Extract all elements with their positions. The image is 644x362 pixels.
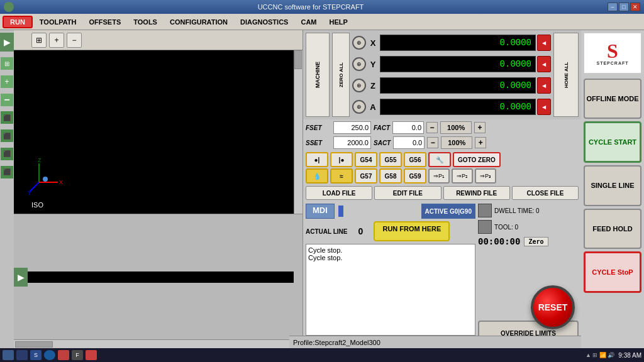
machine-label[interactable]: MACHINE bbox=[306, 33, 330, 117]
nav-arrow-up[interactable]: ▶ bbox=[0, 33, 14, 52]
y-home-button[interactable] bbox=[537, 56, 551, 72]
h-scrollbar[interactable] bbox=[14, 339, 303, 348]
zoom-out-btn[interactable]: − bbox=[1, 94, 13, 106]
3d-viewport[interactable]: Z X Y ISO bbox=[14, 50, 303, 214]
g59-btn[interactable]: G59 bbox=[404, 168, 426, 184]
menu-diagnostics[interactable]: DIAGNOSTICS bbox=[235, 16, 294, 28]
tb-icon-4[interactable] bbox=[58, 350, 69, 360]
cycle-stop-btn[interactable]: CYCLE StoP bbox=[584, 251, 641, 293]
close-file-btn[interactable]: CLOSE FILE bbox=[512, 186, 579, 200]
menu-run[interactable]: RUN bbox=[3, 16, 33, 28]
reset-btn[interactable]: RESET bbox=[531, 285, 575, 329]
tb-icon-3[interactable] bbox=[44, 350, 55, 360]
spindle-ccw-btn[interactable]: |● bbox=[330, 152, 353, 167]
g56-btn[interactable]: G56 bbox=[404, 152, 426, 167]
fit-btn[interactable]: ⊞ bbox=[31, 33, 47, 48]
bottom-nav-arrow[interactable]: ▶ bbox=[14, 268, 28, 287]
speed-minus-btn[interactable]: − bbox=[427, 137, 438, 148]
load-file-btn[interactable]: LOAD FILE bbox=[306, 186, 372, 200]
fact-value: 0.0 bbox=[392, 121, 424, 134]
offline-mode-btn[interactable]: OFFLINE MODE bbox=[584, 79, 641, 119]
z-axis-circle[interactable]: ⊕ bbox=[352, 79, 366, 92]
x-home-button[interactable] bbox=[537, 35, 551, 51]
svg-point-3 bbox=[43, 177, 48, 182]
coolant-btn[interactable]: 💧 bbox=[306, 168, 328, 184]
home-all-button[interactable]: HOME ALL bbox=[553, 33, 579, 117]
zoom-out-tb[interactable]: − bbox=[67, 33, 82, 48]
black-bar bbox=[14, 272, 294, 283]
g55-btn[interactable]: G55 bbox=[379, 152, 402, 167]
file-buttons: LOAD FILE EDIT FILE REWIND FILE CLOSE FI… bbox=[303, 185, 581, 201]
menu-offsets[interactable]: OFFSETS bbox=[84, 16, 127, 28]
tb-icon-1[interactable] bbox=[16, 350, 28, 360]
z-home-button[interactable] bbox=[537, 77, 551, 94]
view-cube-btn3[interactable]: ⬛ bbox=[1, 148, 13, 160]
svg-text:Y: Y bbox=[28, 190, 31, 195]
minimize-button[interactable]: – bbox=[608, 3, 618, 11]
zoom-fit-btn[interactable]: ⊞ bbox=[1, 57, 13, 70]
menu-toolpath[interactable]: TOOLPATH bbox=[34, 16, 82, 28]
menu-cam[interactable]: CAM bbox=[295, 16, 322, 28]
start-btn[interactable] bbox=[3, 350, 14, 360]
a-home-button[interactable] bbox=[537, 99, 551, 115]
g57-btn[interactable]: G57 bbox=[355, 168, 377, 184]
mist-btn[interactable]: ≈ bbox=[330, 168, 353, 184]
feed-hold-btn[interactable]: FEED HOLD bbox=[584, 209, 641, 249]
p3-btn[interactable]: ⇒P₃ bbox=[475, 168, 496, 184]
sset-value[interactable]: 2000.0 bbox=[333, 136, 371, 149]
goto-zero-btn[interactable]: GOTO ZERO bbox=[453, 152, 501, 167]
zero-all-button[interactable]: ZERO ALL bbox=[332, 33, 350, 117]
h-scroll-thumb[interactable] bbox=[15, 341, 53, 348]
gcode-area: ●| |● G54 G55 G56 🔧 GOTO ZERO 💧 ≈ G57 G5… bbox=[303, 151, 581, 185]
mdi-button[interactable]: MDI bbox=[306, 204, 335, 219]
tb-icon-2[interactable]: S bbox=[30, 350, 42, 360]
feed-speed-area: FSET 250.0 FACT 0.0 − 100% + SSET 2000.0… bbox=[303, 119, 581, 151]
menu-tools[interactable]: TOOLS bbox=[128, 16, 163, 28]
logo-area: S STEPCRAFT bbox=[584, 33, 641, 74]
window-controls: – □ ✕ bbox=[608, 3, 640, 11]
maximize-button[interactable]: □ bbox=[619, 3, 629, 11]
rewind-file-btn[interactable]: REWIND FILE bbox=[443, 186, 510, 200]
zoom-in-btn[interactable]: + bbox=[1, 75, 13, 88]
speed-plus-btn[interactable]: + bbox=[475, 137, 486, 148]
x-axis-circle[interactable]: ⊕ bbox=[352, 36, 366, 50]
timer-zero-btn[interactable]: Zero bbox=[524, 237, 548, 246]
spindle-cw-btn[interactable]: ●| bbox=[306, 152, 328, 167]
dro-row-y: ⊕ Y 0.0000 bbox=[352, 54, 551, 74]
g54-btn[interactable]: G54 bbox=[355, 152, 377, 167]
app-icon bbox=[4, 2, 14, 12]
fset-value[interactable]: 250.0 bbox=[333, 121, 371, 134]
y-axis-circle[interactable]: ⊕ bbox=[352, 57, 366, 71]
a-axis-circle[interactable]: ⊕ bbox=[352, 100, 366, 114]
menu-help[interactable]: HELP bbox=[324, 16, 353, 28]
gcode-row2: 💧 ≈ G57 G58 G59 ⇒P₁ ⇒P₂ ⇒P₃ bbox=[306, 168, 579, 184]
cycle-start-btn[interactable]: CYCLE START bbox=[584, 121, 641, 163]
single-line-btn[interactable]: SINGLE LINE bbox=[584, 165, 641, 206]
p2-btn[interactable]: ⇒P₂ bbox=[452, 168, 473, 184]
menu-configuration[interactable]: CONFIGURATION bbox=[164, 16, 233, 28]
view-cube-btn4[interactable]: ⬛ bbox=[1, 166, 13, 178]
viewport-vscrollbar[interactable] bbox=[294, 50, 303, 216]
reset-area: RESET bbox=[584, 295, 641, 346]
gcode-row1: ●| |● G54 G55 G56 🔧 GOTO ZERO bbox=[306, 152, 579, 167]
view-cube-btn1[interactable]: ⬛ bbox=[1, 111, 13, 124]
edit-file-btn[interactable]: EDIT FILE bbox=[374, 186, 441, 200]
zoom-in-tb[interactable]: + bbox=[49, 33, 64, 48]
tb-icon-5[interactable]: F bbox=[72, 350, 83, 360]
dro-area: MACHINE ZERO ALL ⊕ X 0.0000 ⊕ Y 0.0000 bbox=[303, 30, 581, 119]
view-cube-btn2[interactable]: ⬛ bbox=[1, 129, 13, 142]
bottom-viewport[interactable]: ▶ bbox=[14, 214, 303, 339]
feed-plus-btn[interactable]: + bbox=[474, 122, 486, 133]
close-button[interactable]: ✕ bbox=[630, 3, 640, 11]
viewport-vscroll-thumb[interactable] bbox=[294, 50, 302, 69]
fset-label: FSET bbox=[306, 124, 331, 131]
tool-change-btn[interactable]: 🔧 bbox=[428, 152, 451, 167]
dwell-indicator bbox=[478, 204, 492, 217]
system-tray: ▲ ⊞ 📶 🔊 bbox=[586, 352, 614, 358]
feed-minus-btn[interactable]: − bbox=[426, 122, 438, 133]
p1-btn[interactable]: ⇒P₁ bbox=[428, 168, 450, 184]
far-right-panel: S STEPCRAFT OFFLINE MODE CYCLE START SIN… bbox=[581, 30, 644, 348]
tb-icon-6[interactable] bbox=[86, 350, 97, 360]
g58-btn[interactable]: G58 bbox=[379, 168, 402, 184]
run-from-here-btn[interactable]: RUN FROM HERE bbox=[374, 221, 450, 241]
